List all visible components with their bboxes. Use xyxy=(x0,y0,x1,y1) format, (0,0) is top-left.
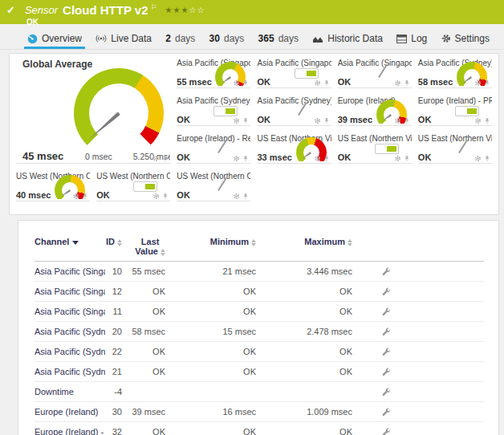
channel-name[interactable]: Asia Pacific (Sydney) - PR... xyxy=(35,342,105,362)
tab-365-days[interactable]: 365 days xyxy=(255,31,302,49)
channel-panel[interactable]: US East (Northern Virginia) - ... OK xyxy=(338,132,412,164)
pin-icon[interactable] xyxy=(242,117,249,124)
pin-icon[interactable] xyxy=(484,155,490,162)
gear-icon[interactable] xyxy=(394,117,401,124)
column-header-minimum[interactable]: Minimum xyxy=(165,227,256,262)
tab-2-days[interactable]: 2 days xyxy=(162,31,198,49)
channel-row[interactable]: Asia Pacific (Singapore) - ... 12 OK OK … xyxy=(35,282,484,302)
gear-icon[interactable] xyxy=(233,79,240,87)
channel-panel[interactable]: Europe (Ireland) - PRTG Cloud... OK xyxy=(418,95,492,126)
pin-icon[interactable] xyxy=(323,117,330,124)
channel-widget xyxy=(418,65,492,78)
tab-30-days[interactable]: 30 days xyxy=(206,31,248,49)
wrench-icon[interactable] xyxy=(382,347,391,356)
pin-icon[interactable] xyxy=(162,193,169,200)
stars-empty[interactable]: ☆☆ xyxy=(189,6,205,14)
pin-icon[interactable] xyxy=(162,155,169,162)
gear-icon[interactable] xyxy=(152,155,160,162)
flag-icon[interactable]: ⚐ xyxy=(151,3,157,11)
pin-icon[interactable] xyxy=(404,155,410,162)
wrench-icon[interactable] xyxy=(382,327,391,335)
pin-icon[interactable] xyxy=(242,79,249,87)
channel-row[interactable]: Europe (Ireland) - PRTG Cl... 32 OK OK O… xyxy=(35,422,484,435)
channel-widget xyxy=(16,178,90,191)
priority-stars[interactable]: ★★★☆☆ xyxy=(165,6,205,14)
gear-icon[interactable] xyxy=(394,155,401,162)
wrench-icon[interactable] xyxy=(382,307,391,315)
pin-icon[interactable] xyxy=(484,117,490,124)
channel-row[interactable]: Asia Pacific (Sydney) - PR... 22 OK OK O… xyxy=(35,342,484,362)
channel-widget xyxy=(177,103,250,116)
overview-card: Global Average 0 msec 5.250 msec 45 msec xyxy=(9,53,499,215)
channel-panel[interactable]: Asia Pacific (Singapore) - PR... OK xyxy=(257,57,331,88)
channel-name[interactable]: Asia Pacific (Sydney) xyxy=(35,322,105,342)
channel-panel[interactable]: US West (Northern California)... OK xyxy=(96,170,170,201)
gear-icon[interactable] xyxy=(314,117,321,124)
channel-name[interactable]: Downtime xyxy=(35,382,105,402)
channel-panel[interactable]: US East (Northern Virginia) 33 msec xyxy=(257,132,331,164)
pin-icon[interactable] xyxy=(242,155,249,162)
global-average-panel[interactable]: Global Average 0 msec 5.250 msec 45 msec xyxy=(16,57,170,164)
channel-name[interactable]: Europe (Ireland) xyxy=(35,402,105,422)
column-header-id[interactable]: ID xyxy=(105,227,122,262)
channel-panel[interactable]: Asia Pacific (Sydney) - Respo... OK xyxy=(257,95,331,126)
gear-icon[interactable] xyxy=(233,117,240,124)
channel-row[interactable]: Asia Pacific (Singapore) - ... 11 OK OK … xyxy=(35,302,484,322)
column-header-last-value[interactable]: Last Value xyxy=(122,227,165,262)
wrench-icon[interactable] xyxy=(382,367,391,376)
channel-panel[interactable]: US West (Northern California) 40 msec xyxy=(16,170,90,201)
channel-name[interactable]: Asia Pacific (Singapore) - ... xyxy=(35,282,105,302)
gear-icon[interactable] xyxy=(474,155,482,162)
channel-row[interactable]: Europe (Ireland) 30 39 msec 16 msec 1.00… xyxy=(35,402,484,422)
column-header-maximum[interactable]: Maximum xyxy=(256,227,352,262)
channel-last-value xyxy=(122,382,165,402)
gear-icon[interactable] xyxy=(314,155,321,162)
channel-name[interactable]: Asia Pacific (Sydney) - Re... xyxy=(35,362,105,382)
channel-panel[interactable]: Asia Pacific (Singapore) 55 msec xyxy=(177,57,250,88)
column-header-channel[interactable]: Channel xyxy=(35,227,105,262)
pin-icon[interactable] xyxy=(404,79,410,87)
pin-icon[interactable] xyxy=(323,79,330,87)
gear-icon[interactable] xyxy=(314,79,321,87)
channel-row[interactable]: Asia Pacific (Sydney) - Re... 21 OK OK O… xyxy=(35,362,484,382)
gear-icon[interactable] xyxy=(152,193,160,200)
channel-panel[interactable]: US East (Northern Virginia) - ... OK xyxy=(418,132,492,164)
channel-widget xyxy=(338,140,412,153)
gear-icon[interactable] xyxy=(233,193,240,200)
pin-icon[interactable] xyxy=(484,79,490,87)
gear-icon[interactable] xyxy=(72,193,79,200)
wrench-icon[interactable] xyxy=(382,387,391,396)
tab-log[interactable]: Log xyxy=(393,31,430,49)
pin-icon[interactable] xyxy=(242,193,249,200)
channel-name[interactable]: Asia Pacific (Singapore) xyxy=(35,262,105,282)
channel-name[interactable]: Asia Pacific (Singapore) - ... xyxy=(35,302,105,322)
wrench-icon[interactable] xyxy=(382,427,391,435)
channel-panel[interactable]: Asia Pacific (Sydney) - PRTG ... OK xyxy=(177,95,250,126)
gear-icon[interactable] xyxy=(233,155,240,162)
channel-row[interactable]: Downtime -4 xyxy=(35,382,484,402)
pin-icon[interactable] xyxy=(82,193,88,200)
wrench-icon[interactable] xyxy=(382,287,391,295)
tab-live-data[interactable]: Live Data xyxy=(92,31,155,49)
channel-panel[interactable]: Europe (Ireland) - Response C... OK xyxy=(177,132,250,164)
wrench-icon[interactable] xyxy=(382,266,391,275)
stars-filled[interactable]: ★★★ xyxy=(165,6,189,14)
channel-panel[interactable]: Europe (Ireland) 39 msec xyxy=(338,95,412,126)
pin-icon[interactable] xyxy=(404,117,410,124)
channel-name[interactable]: Europe (Ireland) - PRTG Cl... xyxy=(35,422,105,435)
tab-historic-data[interactable]: Historic Data xyxy=(309,31,386,49)
tab-settings[interactable]: Settings xyxy=(438,31,493,49)
channel-row[interactable]: Asia Pacific (Sydney) 20 58 msec 15 msec… xyxy=(35,322,484,342)
channel-widget xyxy=(257,103,331,116)
gear-icon[interactable] xyxy=(474,117,482,124)
channel-panel[interactable]: Asia Pacific (Singapore) - Res... OK xyxy=(338,57,412,88)
channel-value: OK xyxy=(418,115,432,124)
pin-icon[interactable] xyxy=(323,155,330,162)
gear-icon[interactable] xyxy=(474,79,482,87)
channel-panel[interactable]: Asia Pacific (Sydney) 58 msec xyxy=(418,57,492,88)
tab-overview[interactable]: Overview xyxy=(24,31,85,49)
gear-icon[interactable] xyxy=(394,79,401,87)
channel-row[interactable]: Asia Pacific (Singapore) 10 55 msec 21 m… xyxy=(35,262,484,282)
channel-panel[interactable]: US West (Northern California)... OK xyxy=(177,170,250,201)
wrench-icon[interactable] xyxy=(382,407,391,416)
